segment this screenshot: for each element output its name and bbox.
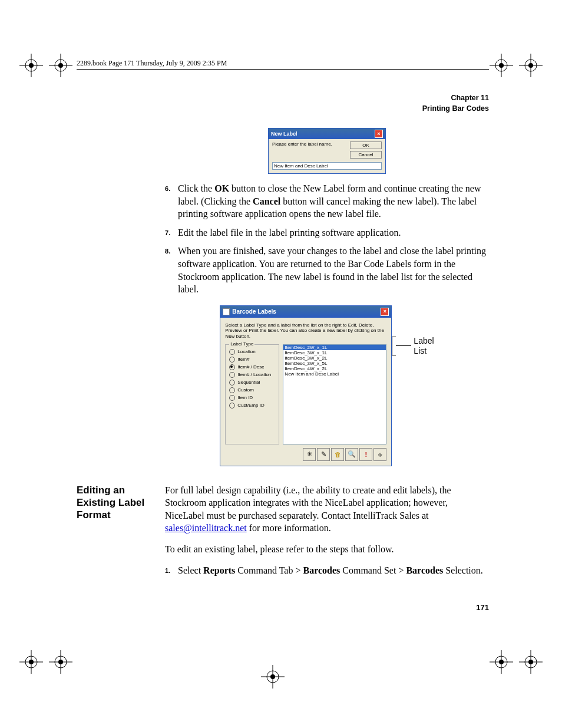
svg-point-31 xyxy=(499,660,504,664)
svg-point-15 xyxy=(499,63,504,68)
close-icon[interactable]: × xyxy=(381,308,389,316)
radio-item-location[interactable]: Item# / Location xyxy=(229,372,275,378)
svg-point-7 xyxy=(58,63,63,68)
delete-icon[interactable]: 🗑 xyxy=(331,448,344,461)
section-heading: Editing an Existing Label Format xyxy=(77,484,152,577)
radio-label: Sequential xyxy=(237,380,260,385)
radio-icon xyxy=(229,372,235,378)
svg-point-3 xyxy=(29,63,34,68)
close-icon[interactable]: × xyxy=(375,130,383,138)
radio-item-id[interactable]: Item ID xyxy=(229,395,275,401)
new-icon[interactable]: ✳ xyxy=(303,448,316,461)
list-item[interactable]: ItemDesc_3W_x_1L xyxy=(283,350,386,355)
step-7: Edit the label file in the label printin… xyxy=(165,226,489,239)
sales-email-link[interactable]: sales@intellitrack.net xyxy=(165,523,247,533)
radio-item-desc[interactable]: Item# / Desc xyxy=(229,364,275,370)
dialog-toolbar: ✳ ✎ 🗑 🔍 ! ⎆ xyxy=(225,448,386,461)
radio-icon xyxy=(229,387,235,393)
svg-point-19 xyxy=(29,660,34,664)
registration-mark-icon xyxy=(47,648,74,676)
radio-label: Item# / Location xyxy=(237,372,271,377)
label-list-callout: Label List xyxy=(392,336,434,356)
registration-mark-icon xyxy=(488,52,515,79)
print-icon[interactable]: ! xyxy=(359,448,372,461)
registration-mark-icon xyxy=(259,663,286,690)
dialog-title: Barcode Labels xyxy=(232,308,276,315)
radio-label: Item# xyxy=(237,357,249,362)
radio-sequential[interactable]: Sequential xyxy=(229,380,275,386)
radio-icon xyxy=(229,349,235,355)
list-item[interactable]: New Item and Desc Label xyxy=(283,371,386,377)
svg-point-35 xyxy=(270,674,275,679)
section-step-1: Select Reports Command Tab > Barcodes Co… xyxy=(165,564,489,577)
registration-mark-icon xyxy=(517,52,544,79)
svg-point-27 xyxy=(528,660,533,664)
chapter-title: Printing Bar Codes xyxy=(77,104,489,114)
step-6: Click the OK button to close the New Lab… xyxy=(165,182,489,220)
radio-label: Custom xyxy=(237,387,254,393)
chapter-number: Chapter 11 xyxy=(77,93,489,104)
radio-icon xyxy=(229,403,235,409)
new-label-dialog: New Label × Please enter the label name.… xyxy=(268,128,386,174)
radio-icon xyxy=(229,364,235,370)
radio-location[interactable]: Location xyxy=(229,349,275,355)
registration-mark-icon xyxy=(18,648,45,676)
radio-icon xyxy=(229,380,235,386)
barcode-labels-dialog: Barcode Labels × Select a Label Type and… xyxy=(220,305,392,466)
instruction-steps: Click the OK button to close the New Lab… xyxy=(165,182,489,296)
book-running-header: 2289.book Page 171 Thursday, July 9, 200… xyxy=(77,59,489,70)
list-item[interactable]: ItemDesc_4W_x_2L xyxy=(283,366,386,371)
radio-label: Cust/Emp ID xyxy=(237,403,264,408)
label-name-input[interactable] xyxy=(272,162,382,170)
registration-mark-icon xyxy=(47,52,74,79)
app-icon xyxy=(223,308,230,315)
list-item[interactable]: ItemDesc_2W_x_1L xyxy=(283,345,386,350)
radio-item-[interactable]: Item# xyxy=(229,357,275,363)
cancel-button[interactable]: Cancel xyxy=(350,151,382,159)
dialog-title: New Label xyxy=(271,131,297,137)
group-title: Label Type xyxy=(229,341,254,347)
section-paragraph-2: To edit an existing label, please refer … xyxy=(165,543,489,556)
ok-button[interactable]: OK xyxy=(350,141,382,149)
edit-icon[interactable]: ✎ xyxy=(317,448,330,461)
radio-icon xyxy=(229,395,235,401)
radio-custom[interactable]: Custom xyxy=(229,387,275,393)
preview-icon[interactable]: 🔍 xyxy=(345,448,358,461)
radio-icon xyxy=(229,357,235,363)
radio-label: Item ID xyxy=(237,395,253,400)
section-paragraph-1: For full label design capability (i.e., … xyxy=(165,484,489,535)
radio-label: Location xyxy=(237,349,255,354)
step-8: When you are finished, save your changes… xyxy=(165,245,489,295)
list-item[interactable]: ItemDesc_3W_x_2L xyxy=(283,355,386,361)
dialog-instructions: Select a Label Type and a label from the… xyxy=(225,322,386,340)
svg-point-23 xyxy=(58,660,63,664)
list-item[interactable]: ItemDesc_3W_x_5L xyxy=(283,361,386,366)
radio-label: Item# / Desc xyxy=(237,364,264,370)
registration-mark-icon xyxy=(18,52,45,79)
registration-mark-icon xyxy=(517,648,544,676)
label-type-group: Label Type LocationItem#Item# / DescItem… xyxy=(225,344,279,444)
label-list[interactable]: ItemDesc_2W_x_1LItemDesc_3W_x_1LItemDesc… xyxy=(283,344,386,444)
registration-mark-icon xyxy=(488,648,515,676)
chapter-header: Chapter 11 Printing Bar Codes xyxy=(77,93,489,114)
radio-cust-emp-id[interactable]: Cust/Emp ID xyxy=(229,403,275,409)
page-number: 171 xyxy=(476,603,489,612)
svg-point-11 xyxy=(528,63,533,68)
exit-icon[interactable]: ⎆ xyxy=(373,448,386,461)
dialog-prompt: Please enter the label name. xyxy=(272,141,332,159)
